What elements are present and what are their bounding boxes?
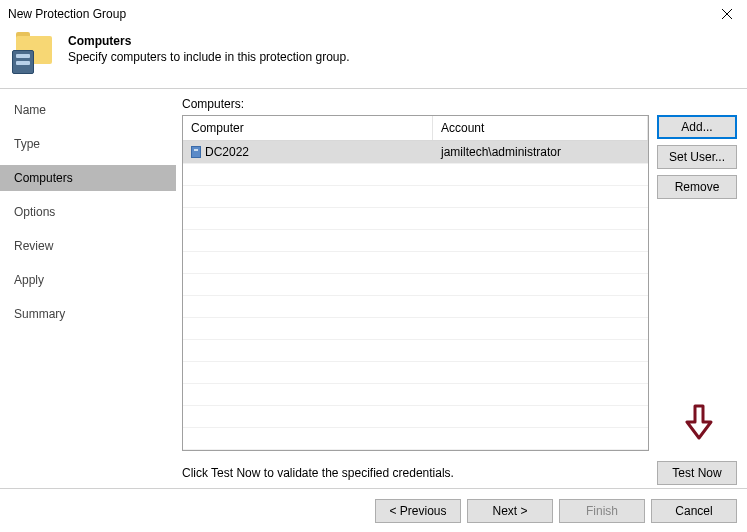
next-button[interactable]: Next > [467, 499, 553, 523]
wizard-header: Computers Specify computers to include i… [0, 28, 747, 88]
window-title: New Protection Group [8, 7, 126, 21]
cell-computer-text: DC2022 [205, 145, 249, 159]
set-user-button[interactable]: Set User... [657, 145, 737, 169]
column-header-computer[interactable]: Computer [183, 116, 433, 140]
titlebar: New Protection Group [0, 0, 747, 28]
wizard-footer: < Previous Next > Finish Cancel [0, 488, 747, 532]
cell-computer: DC2022 [183, 141, 433, 163]
page-title: Computers [68, 34, 349, 48]
table-row[interactable] [183, 186, 648, 208]
table-row[interactable]: DC2022 jamiltech\administrator [183, 141, 648, 164]
remove-button[interactable]: Remove [657, 175, 737, 199]
previous-button[interactable]: < Previous [375, 499, 461, 523]
table-row[interactable] [183, 230, 648, 252]
table-row[interactable] [183, 318, 648, 340]
cell-account: jamiltech\administrator [433, 141, 648, 163]
table-header: Computer Account [183, 116, 648, 141]
sidebar-item-type[interactable]: Type [0, 131, 176, 157]
computers-folder-icon [10, 34, 58, 78]
wizard-body: Name Type Computers Options Review Apply… [0, 89, 747, 488]
table-body: DC2022 jamiltech\administrator [183, 141, 648, 450]
sidebar-item-apply[interactable]: Apply [0, 267, 176, 293]
wizard-header-text: Computers Specify computers to include i… [68, 34, 349, 64]
side-buttons: Add... Set User... Remove [657, 115, 737, 451]
sidebar-item-options[interactable]: Options [0, 199, 176, 225]
computer-icon [191, 146, 201, 158]
content-pane: Computers: Computer Account DC2022 jamil… [176, 89, 747, 488]
sidebar-item-review[interactable]: Review [0, 233, 176, 259]
wizard-steps-sidebar: Name Type Computers Options Review Apply… [0, 89, 176, 488]
table-row[interactable] [183, 296, 648, 318]
table-row[interactable] [183, 428, 648, 450]
sidebar-item-name[interactable]: Name [0, 97, 176, 123]
column-header-account[interactable]: Account [433, 116, 648, 140]
add-button[interactable]: Add... [657, 115, 737, 139]
sidebar-item-summary[interactable]: Summary [0, 301, 176, 327]
computers-table[interactable]: Computer Account DC2022 jamiltech\admini… [182, 115, 649, 451]
cancel-button[interactable]: Cancel [651, 499, 737, 523]
table-row-area: Computer Account DC2022 jamiltech\admini… [182, 115, 737, 451]
table-row[interactable] [183, 362, 648, 384]
table-row[interactable] [183, 164, 648, 186]
computers-label: Computers: [182, 97, 737, 111]
table-row[interactable] [183, 274, 648, 296]
table-row[interactable] [183, 208, 648, 230]
test-now-button[interactable]: Test Now [657, 461, 737, 485]
table-row[interactable] [183, 406, 648, 428]
table-row[interactable] [183, 340, 648, 362]
hint-row: Click Test Now to validate the specified… [182, 461, 737, 485]
page-subtitle: Specify computers to include in this pro… [68, 50, 349, 64]
table-row[interactable] [183, 384, 648, 406]
hint-text: Click Test Now to validate the specified… [182, 466, 454, 480]
close-button[interactable] [707, 0, 747, 28]
sidebar-item-computers[interactable]: Computers [0, 165, 176, 191]
finish-button: Finish [559, 499, 645, 523]
table-row[interactable] [183, 252, 648, 274]
close-icon [721, 8, 733, 20]
